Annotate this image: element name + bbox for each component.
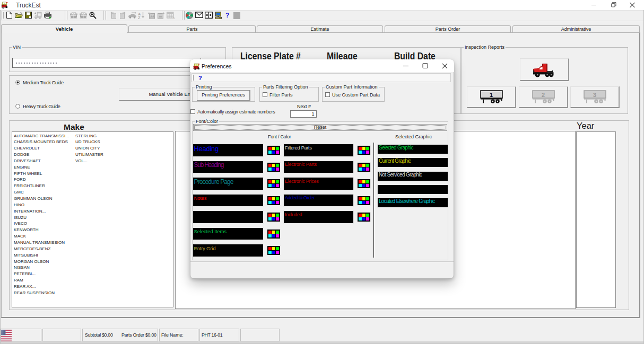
svg-text:1: 1 [490, 92, 493, 98]
svg-text:2: 2 [542, 92, 545, 98]
svg-text:s: s [173, 16, 175, 20]
svg-text:Z: Z [138, 15, 141, 20]
svg-text:3: 3 [593, 92, 596, 98]
